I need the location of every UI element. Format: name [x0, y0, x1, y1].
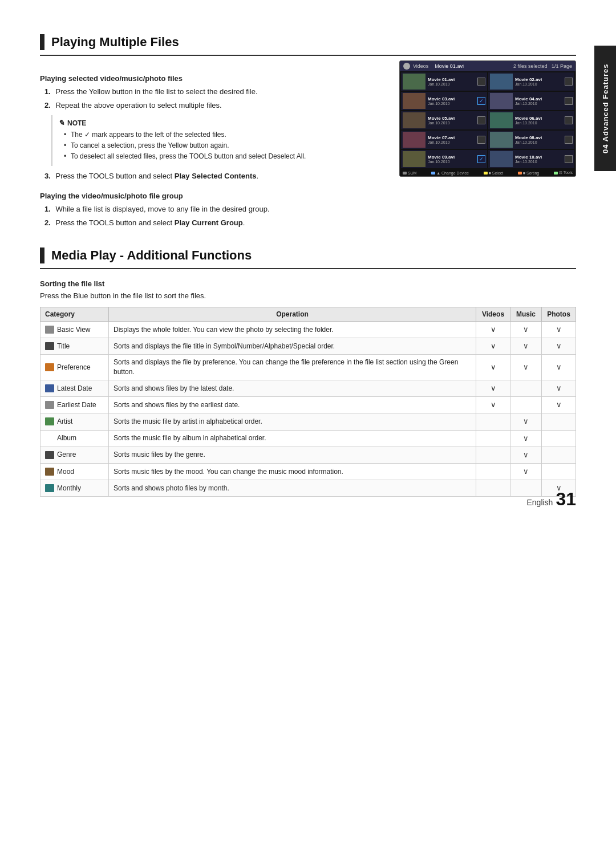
videos-cell-0: ∨	[476, 322, 510, 338]
side-tab: 04 Advanced Features	[594, 46, 616, 171]
ss-footer-sum: SUM	[403, 171, 417, 175]
cat-cell-3: Latest Date	[40, 380, 109, 397]
cat-cell-7: Genre	[40, 447, 109, 463]
music-cell-6: ∨	[510, 430, 542, 447]
photos-cell-6	[542, 430, 576, 447]
steps-list-1b: Press the TOOLS button and select Play S…	[40, 171, 376, 182]
videos-cell-8	[476, 463, 510, 480]
photos-cell-1: ∨	[542, 338, 576, 355]
sorting-description: Press the Blue button in the file list t…	[40, 291, 576, 300]
videos-cell-7	[476, 447, 510, 463]
section2-title-bar: Media Play - Additional Functions	[40, 248, 576, 269]
music-cell-3	[510, 380, 542, 397]
table-row-6: Album Sorts the music file by album in a…	[40, 430, 576, 447]
op-cell-4: Sorts and shows files by the earliest da…	[109, 397, 476, 413]
note-list: The ✓ mark appears to the left of the se…	[58, 129, 371, 163]
top-left: Playing selected video/music/photo files…	[40, 66, 376, 230]
section1-title-bar: Playing Multiple Files	[40, 34, 576, 56]
op-cell-6: Sorts the music file by album in alphabe…	[109, 430, 476, 447]
ss-header-info: 2 files selected 1/1 Page	[513, 63, 572, 69]
page-container: 04 Advanced Features Playing Multiple Fi…	[0, 0, 616, 531]
ss-header-filename: Movie 01.avi	[435, 63, 464, 69]
page-footer: English 31	[526, 490, 576, 508]
ss-footer: SUM ▲ Change Device ■ Select ■ Sorting	[400, 169, 576, 176]
ss-cell-7: Movie 08.avi Jan.10.2010	[488, 131, 574, 149]
music-cell-8: ∨	[510, 463, 542, 480]
title-bar-accent-2	[40, 248, 44, 263]
cat-cell-1: Title	[40, 338, 109, 355]
photos-cell-5	[542, 413, 576, 430]
music-cell-7: ∨	[510, 447, 542, 463]
music-cell-2: ∨	[510, 355, 542, 380]
sort-table: Category Operation Videos Music Photos B…	[40, 307, 576, 497]
step-1-1: Press the Yellow button in the file list…	[44, 86, 376, 98]
col-header-videos: Videos	[476, 307, 510, 322]
note-box: ✎ NOTE The ✓ mark appears to the left of…	[51, 115, 376, 166]
table-row-2: Preference Sorts and displays the file b…	[40, 355, 576, 380]
videos-cell-9	[476, 480, 510, 497]
sorting-heading: Sorting the file list	[40, 279, 576, 288]
ss-cell-2: Movie 03.avi Jan.10.2010 ✓	[401, 92, 487, 110]
ss-cell-1: Movie 02.avi Jan.10.2010	[488, 72, 574, 91]
ss-cell-3: Movie 04.avi Jan.10.2010	[488, 92, 574, 110]
col-header-music: Music	[510, 307, 542, 322]
cat-cell-5: Artist	[40, 413, 109, 430]
cat-cell-9: Monthly	[40, 480, 109, 497]
note-icon: ✎	[58, 119, 64, 127]
section2: Media Play - Additional Functions Sortin…	[40, 248, 576, 497]
music-cell-0: ∨	[510, 322, 542, 338]
music-cell-4	[510, 397, 542, 413]
table-row-8: Mood Sorts music files by the mood. You …	[40, 463, 576, 480]
ss-cell-0: Movie 01.avi Jan.10.2010	[401, 72, 487, 91]
col-header-photos: Photos	[542, 307, 576, 322]
ss-footer-select: ■ Select	[484, 171, 504, 175]
op-cell-0: Displays the whole folder. You can view …	[109, 322, 476, 338]
section2-heading: Media Play - Additional Functions	[51, 248, 252, 263]
videos-cell-2: ∨	[476, 355, 510, 380]
photos-cell-3: ∨	[542, 380, 576, 397]
col-header-category: Category	[40, 307, 109, 322]
note-item-1: The ✓ mark appears to the left of the se…	[64, 129, 371, 140]
videos-cell-5	[476, 413, 510, 430]
note-title: ✎ NOTE	[58, 119, 371, 127]
op-cell-1: Sorts and displays the file title in Sym…	[109, 338, 476, 355]
music-cell-5: ∨	[510, 413, 542, 430]
ss-cell-5: Movie 06.avi Jan.10.2010	[488, 111, 574, 129]
cat-cell-6: Album	[40, 430, 109, 447]
steps-list-1: Press the Yellow button in the file list…	[40, 86, 376, 111]
photos-cell-7	[542, 447, 576, 463]
ss-footer-tools: ⊡ Tools	[554, 171, 573, 175]
videos-cell-1: ∨	[476, 338, 510, 355]
ss-header-left: Videos Movie 01.avi	[403, 63, 464, 70]
top-content: Playing selected video/music/photo files…	[40, 66, 576, 230]
op-cell-9: Sorts and shows photo files by month.	[109, 480, 476, 497]
photos-cell-8	[542, 463, 576, 480]
ss-footer-sorting: ■ Sorting	[518, 171, 539, 175]
ss-footer-change: ▲ Change Device	[431, 171, 469, 175]
ss-cell-8: Movie 09.avi Jan.10.2010 ✓	[401, 150, 487, 168]
sub-heading-2: Playing the video/music/photo file group	[40, 192, 376, 200]
videos-cell-4: ∨	[476, 397, 510, 413]
footer-text: English	[526, 498, 553, 507]
section1-heading: Playing Multiple Files	[51, 35, 179, 50]
table-row-9: Monthly Sorts and shows photo files by m…	[40, 480, 576, 497]
col-header-operation: Operation	[109, 307, 476, 322]
videos-cell-3: ∨	[476, 380, 510, 397]
sub-heading-1: Playing selected video/music/photo files	[40, 74, 376, 83]
table-row-5: Artist Sorts the music file by artist in…	[40, 413, 576, 430]
step-2-1: While a file list is displayed, move to …	[44, 204, 376, 215]
photos-cell-2: ∨	[542, 355, 576, 380]
cat-cell-2: Preference	[40, 355, 109, 380]
op-cell-8: Sorts music files by the mood. You can c…	[109, 463, 476, 480]
note-item-3: To deselect all selected files, press th…	[64, 151, 371, 162]
screenshot-img: Videos Movie 01.avi 2 files selected 1/1…	[399, 60, 576, 177]
music-cell-1: ∨	[510, 338, 542, 355]
op-cell-3: Sorts and shows files by the latest date…	[109, 380, 476, 397]
op-cell-5: Sorts the music file by artist in alphab…	[109, 413, 476, 430]
ss-header: Videos Movie 01.avi 2 files selected 1/1…	[400, 61, 576, 71]
photos-cell-0: ∨	[542, 322, 576, 338]
screenshot-area: Videos Movie 01.avi 2 files selected 1/1…	[399, 60, 576, 230]
photos-cell-4: ∨	[542, 397, 576, 413]
steps-list-2: While a file list is displayed, move to …	[40, 204, 376, 228]
ss-grid: Movie 01.avi Jan.10.2010 Movie 02.avi Ja…	[400, 71, 576, 169]
